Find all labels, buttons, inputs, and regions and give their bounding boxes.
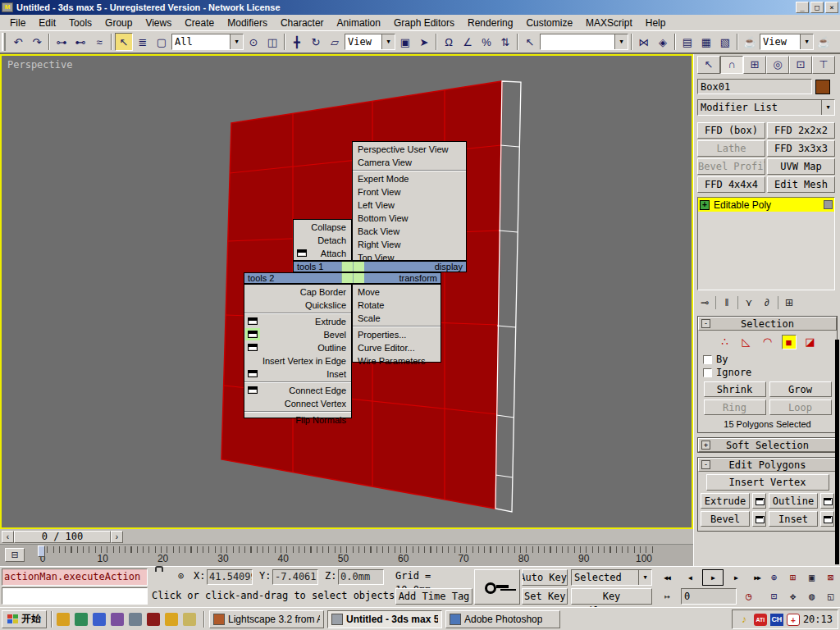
remove-modifier-icon[interactable]: ∂ bbox=[760, 295, 774, 310]
expand-icon[interactable]: + bbox=[701, 441, 710, 450]
mini-curve-editor-button[interactable]: ⊟ bbox=[5, 548, 25, 562]
outline-button[interactable]: Outline bbox=[769, 493, 818, 509]
inset-button[interactable]: Inset bbox=[769, 511, 818, 527]
quick-launch-icon-6[interactable] bbox=[147, 613, 160, 626]
unlink-selection-button[interactable]: ⊷ bbox=[71, 33, 89, 51]
modifier-button-ffd-box-[interactable]: FFD (box) bbox=[697, 122, 765, 139]
border-subobject-icon[interactable]: ◠ bbox=[760, 335, 775, 349]
ignore-backfacing-checkbox-row[interactable]: Ignore bbox=[698, 366, 837, 379]
modifier-button-bevel-profile[interactable]: Bevel Profile bbox=[697, 158, 765, 175]
z-coordinate-field[interactable]: 0.0mm bbox=[338, 569, 384, 585]
quick-launch-icon-3[interactable] bbox=[93, 613, 106, 626]
chevron-down-icon[interactable]: ▼ bbox=[614, 34, 628, 49]
collapse-icon[interactable]: - bbox=[701, 460, 710, 469]
time-configuration-button[interactable]: ◷ bbox=[740, 588, 757, 605]
previous-frame-button[interactable]: ◀ bbox=[679, 569, 701, 586]
select-and-manipulate-button[interactable]: ➤ bbox=[415, 33, 433, 51]
time-slider[interactable]: ‹ 0 / 100 › bbox=[0, 529, 693, 544]
settings-box-icon[interactable] bbox=[248, 317, 258, 325]
quick-render-button[interactable]: ☕ bbox=[815, 33, 833, 51]
expand-icon[interactable]: + bbox=[700, 200, 710, 210]
modifier-button-ffd-4x4x4[interactable]: FFD 4x4x4 bbox=[697, 176, 765, 193]
crossing-selection-button[interactable]: ◫ bbox=[263, 33, 281, 51]
modifier-button-uvw-map[interactable]: UVW Map bbox=[767, 158, 835, 175]
language-indicator-ch[interactable]: CH bbox=[770, 614, 783, 626]
toolbar-drag-handle[interactable] bbox=[2, 33, 6, 51]
arc-rotate-button[interactable]: ◍ bbox=[803, 588, 820, 605]
bevel-button[interactable]: Bevel bbox=[701, 511, 750, 527]
extrude-button[interactable]: Extrude bbox=[701, 493, 750, 509]
quad-item-flip-normals[interactable]: Flip Normals bbox=[244, 413, 351, 427]
set-key-button[interactable]: Set Key bbox=[522, 588, 568, 605]
polygon-subobject-icon[interactable]: ■ bbox=[782, 335, 797, 349]
modifier-button-edit-mesh[interactable]: Edit Mesh bbox=[767, 176, 835, 193]
checkbox-icon[interactable] bbox=[703, 368, 712, 377]
quad-header-tools1-display[interactable]: tools 1 display bbox=[293, 261, 467, 272]
menu-rendering[interactable]: Rendering bbox=[461, 16, 519, 30]
quad-header-tools2[interactable]: tools 2 bbox=[248, 273, 274, 283]
element-subobject-icon[interactable]: ◪ bbox=[803, 335, 818, 349]
pan-button[interactable]: ✥ bbox=[784, 588, 801, 605]
quad-item-extrude[interactable]: Extrude bbox=[244, 315, 351, 328]
absolute-mode-icon[interactable]: ⊙ bbox=[174, 569, 188, 583]
menu-tools[interactable]: Tools bbox=[62, 16, 98, 30]
render-type-dropdown[interactable]: View ▼ bbox=[760, 34, 814, 50]
inset-settings-icon[interactable] bbox=[820, 511, 834, 527]
time-back-button[interactable]: ‹ bbox=[2, 531, 14, 543]
chevron-down-icon[interactable]: ▼ bbox=[381, 34, 395, 49]
quad-center-cell[interactable] bbox=[341, 262, 353, 272]
quad-item-perspective-user-view[interactable]: Perspective User View bbox=[353, 143, 466, 156]
select-and-move-button[interactable]: ╋ bbox=[288, 33, 306, 51]
extrude-settings-icon[interactable] bbox=[752, 493, 766, 509]
modifier-button-lathe[interactable]: Lathe bbox=[697, 140, 765, 157]
shrink-button[interactable]: Shrink bbox=[704, 381, 766, 397]
grow-button[interactable]: Grow bbox=[769, 381, 832, 397]
quick-launch-icon-7[interactable] bbox=[165, 613, 178, 626]
quad-item-inset[interactable]: Inset bbox=[244, 368, 351, 381]
pin-stack-icon[interactable]: ⊸ bbox=[697, 295, 712, 310]
restore-button[interactable]: □ bbox=[810, 2, 824, 13]
menu-file[interactable]: File bbox=[3, 16, 32, 30]
menu-create[interactable]: Create bbox=[178, 16, 221, 30]
object-color-swatch[interactable] bbox=[815, 80, 830, 94]
menu-help[interactable]: Help bbox=[639, 16, 673, 30]
quad-item-quickslice[interactable]: Quickslice bbox=[244, 299, 351, 312]
configure-modifier-sets-icon[interactable]: ⊞ bbox=[782, 295, 797, 310]
schematic-view-button[interactable]: ▧ bbox=[716, 33, 734, 51]
settings-box-icon[interactable] bbox=[248, 386, 258, 394]
zoom-extents-all-button[interactable]: ⊠ bbox=[822, 569, 839, 586]
quad-item-left-view[interactable]: Left View bbox=[353, 199, 466, 212]
time-forward-button[interactable]: › bbox=[111, 531, 123, 543]
chevron-down-icon[interactable]: ▼ bbox=[800, 34, 813, 49]
quad-item-move[interactable]: Move bbox=[353, 285, 441, 299]
use-pivot-center-button[interactable]: ▣ bbox=[396, 33, 414, 51]
menu-graph-editors[interactable]: Graph Editors bbox=[387, 16, 461, 30]
object-name-field[interactable] bbox=[697, 79, 812, 94]
zoom-region-button[interactable]: ⊡ bbox=[765, 588, 783, 605]
tab-modify[interactable]: ∩ bbox=[720, 56, 743, 74]
quad-item-wire-parameters[interactable]: Wire Parameters bbox=[353, 354, 441, 368]
close-button[interactable]: × bbox=[825, 2, 838, 13]
y-coordinate-field[interactable]: -7.40611 bbox=[272, 569, 318, 585]
tab-motion[interactable]: ◎ bbox=[766, 56, 789, 74]
quad-header-transform[interactable]: transform bbox=[399, 273, 437, 283]
shield-tray-icon[interactable]: + bbox=[787, 614, 800, 626]
snap-toggle-button[interactable]: Ω bbox=[440, 33, 458, 51]
quick-launch-icon-1[interactable] bbox=[57, 613, 70, 626]
menu-modifiers[interactable]: Modifiers bbox=[221, 16, 274, 30]
trackbar-frame-slider[interactable] bbox=[38, 546, 45, 557]
insert-vertex-button[interactable]: Insert Vertex bbox=[706, 474, 829, 491]
select-and-link-button[interactable]: ⊶ bbox=[52, 33, 71, 51]
chevron-down-icon[interactable]: ▼ bbox=[230, 34, 243, 49]
quad-item-bottom-view[interactable]: Bottom View bbox=[353, 212, 466, 225]
next-frame-button[interactable]: ▶ bbox=[725, 569, 746, 586]
select-by-name-button[interactable]: ≣ bbox=[134, 33, 152, 51]
collapse-icon[interactable]: - bbox=[701, 319, 710, 328]
menu-customize[interactable]: Customize bbox=[519, 16, 579, 30]
key-filters-button[interactable]: Key Filters... bbox=[571, 588, 652, 605]
volume-icon[interactable]: ♪ bbox=[737, 614, 751, 626]
quad-item-rotate[interactable]: Rotate bbox=[353, 299, 441, 312]
quick-launch-icon-8[interactable] bbox=[183, 613, 196, 626]
quad-item-expert-mode[interactable]: Expert Mode bbox=[353, 172, 466, 185]
modifier-button-ffd-2x2x2[interactable]: FFD 2x2x2 bbox=[767, 122, 835, 139]
